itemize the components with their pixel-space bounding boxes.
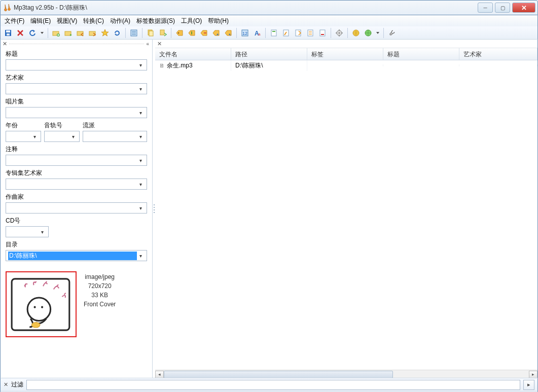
titlebar: Mp3tag v2.95b - D:\陈丽珠\ ─ ▢ ✕ — [0, 0, 538, 15]
menu-file[interactable]: 文件(F) — [2, 16, 27, 26]
menu-tagsrc[interactable]: 标签数据源(S) — [133, 16, 178, 26]
list-icon[interactable] — [128, 27, 139, 39]
tagcmd1-icon[interactable] — [174, 27, 185, 39]
minimize-button[interactable]: ─ — [478, 3, 493, 13]
globe2-icon[interactable] — [363, 27, 374, 39]
toolbar-separator — [331, 28, 331, 38]
col-title[interactable]: 标题 — [383, 48, 459, 60]
tagcmd2-icon[interactable] — [186, 27, 197, 39]
folder-out-icon[interactable] — [87, 27, 98, 39]
undo-icon[interactable] — [27, 27, 38, 39]
globe-dropdown-icon[interactable] — [375, 27, 381, 39]
delete-icon[interactable] — [15, 27, 26, 39]
filter-close-icon[interactable]: ✕ — [4, 381, 8, 388]
toolbar-separator — [171, 28, 171, 38]
chevron-down-icon[interactable]: ▾ — [31, 134, 39, 139]
filter-input[interactable] — [26, 380, 520, 390]
scroll-right-btn[interactable]: ▸ — [529, 371, 537, 378]
chevron-down-icon[interactable]: ▾ — [137, 110, 145, 116]
svg-rect-18 — [272, 31, 275, 32]
field-track-input[interactable]: ▾ — [44, 131, 80, 142]
font-icon[interactable]: Aa — [252, 27, 263, 39]
field-year-input[interactable]: ▾ — [6, 131, 41, 142]
svg-point-25 — [339, 32, 340, 33]
chevron-down-icon[interactable]: ▾ — [137, 62, 145, 68]
field-comment-input[interactable]: ▾ — [6, 155, 147, 166]
field-comment-label: 注释 — [6, 145, 147, 154]
maximize-button[interactable]: ▢ — [495, 3, 510, 13]
menu-convert[interactable]: 转换(C) — [80, 16, 107, 26]
field-composer-input[interactable]: ▾ — [6, 202, 147, 213]
paste-tag-icon[interactable] — [157, 27, 168, 39]
cover-art[interactable] — [6, 271, 77, 337]
field-cdnum-input[interactable]: ▾ — [6, 226, 49, 237]
col-artist[interactable]: 艺术家 — [459, 48, 537, 60]
tools-icon[interactable] — [334, 27, 345, 39]
file-icon: 🗎 — [159, 62, 165, 68]
doc1-icon[interactable] — [268, 27, 279, 39]
menu-help[interactable]: 帮助(H) — [205, 16, 232, 26]
scroll-left-btn[interactable]: ◂ — [155, 371, 164, 378]
number-icon[interactable]: 12 — [239, 27, 250, 39]
file-list-panel: ✕ 文件名 路径 标签 标题 艺术家 🗎余生.mp3 D:\陈丽珠\ — [155, 40, 537, 378]
field-album-input[interactable]: ▾ — [6, 107, 147, 118]
save-icon[interactable] — [3, 27, 14, 39]
svg-rect-2 — [7, 33, 10, 35]
panel-close-icon[interactable]: ✕ — [3, 41, 7, 47]
panel-collapse-icon[interactable]: « — [146, 41, 149, 47]
menu-action[interactable]: 动作(A) — [107, 16, 133, 26]
window-title: Mp3tag v2.95b - D:\陈丽珠\ — [14, 4, 478, 12]
chevron-down-icon[interactable]: ▾ — [137, 182, 145, 187]
folder-in-icon[interactable] — [75, 27, 86, 39]
chevron-down-icon[interactable]: ▾ — [137, 134, 145, 139]
field-track-label: 音轨号 — [44, 121, 80, 130]
field-artist-input[interactable]: ▾ — [6, 83, 147, 94]
close-button[interactable]: ✕ — [512, 3, 535, 13]
toolbar-separator — [142, 28, 142, 38]
tagcmd3-icon[interactable] — [198, 27, 209, 39]
chevron-down-icon[interactable]: ▾ — [137, 253, 145, 259]
copy-tag-icon[interactable] — [145, 27, 156, 39]
field-albumartist-input[interactable]: ▾ — [6, 179, 147, 190]
field-genre-input[interactable]: ▾ — [83, 131, 147, 142]
menu-edit[interactable]: 编辑(E) — [27, 16, 54, 26]
svg-rect-20 — [296, 30, 301, 36]
folder-play-icon[interactable] — [63, 27, 74, 39]
filter-run-button[interactable]: ▸ — [523, 380, 534, 390]
tagcmd5-icon[interactable] — [223, 27, 234, 39]
undo-dropdown-icon[interactable] — [39, 27, 45, 39]
svg-rect-10 — [149, 31, 153, 36]
chevron-down-icon[interactable]: ▾ — [137, 205, 145, 211]
file-list[interactable]: 文件名 路径 标签 标题 艺术家 🗎余生.mp3 D:\陈丽珠\ ◂ ▸ — [155, 48, 537, 378]
doc3-icon[interactable] — [293, 27, 304, 39]
panel-close-icon[interactable]: ✕ — [157, 41, 162, 47]
chevron-down-icon[interactable]: ▾ — [137, 158, 145, 163]
horizontal-scrollbar[interactable]: ◂ ▸ — [155, 370, 537, 378]
col-filename[interactable]: 文件名 — [155, 48, 231, 60]
doc4-icon[interactable] — [305, 27, 316, 39]
field-title-input[interactable]: ▾ — [6, 59, 147, 70]
field-genre-label: 流派 — [83, 121, 147, 130]
menu-tools[interactable]: 工具(O) — [178, 16, 205, 26]
wrench-icon[interactable] — [386, 27, 398, 39]
chevron-down-icon[interactable]: ▾ — [39, 229, 46, 235]
menu-view[interactable]: 视图(V) — [54, 16, 80, 26]
field-cdnum-label: CD号 — [6, 217, 49, 225]
field-directory-input[interactable]: D:\陈丽珠\▾ — [6, 250, 147, 261]
refresh-icon[interactable] — [112, 27, 123, 39]
favorite-icon[interactable] — [99, 27, 111, 39]
scroll-thumb[interactable] — [164, 371, 393, 378]
svg-rect-11 — [160, 30, 164, 35]
doc5-icon[interactable] — [317, 27, 328, 39]
folder-add-icon[interactable] — [51, 27, 62, 39]
col-tag[interactable]: 标签 — [307, 48, 383, 60]
list-row[interactable]: 🗎余生.mp3 D:\陈丽珠\ — [155, 60, 537, 70]
tagcmd4-icon[interactable] — [210, 27, 222, 39]
globe1-icon[interactable] — [350, 27, 362, 39]
col-path[interactable]: 路径 — [231, 48, 307, 60]
field-directory-label: 目录 — [6, 240, 147, 249]
chevron-down-icon[interactable]: ▾ — [137, 86, 145, 92]
menubar: 文件(F) 编辑(E) 视图(V) 转换(C) 动作(A) 标签数据源(S) 工… — [0, 15, 538, 26]
doc2-icon[interactable] — [280, 27, 292, 39]
chevron-down-icon[interactable]: ▾ — [69, 134, 77, 139]
